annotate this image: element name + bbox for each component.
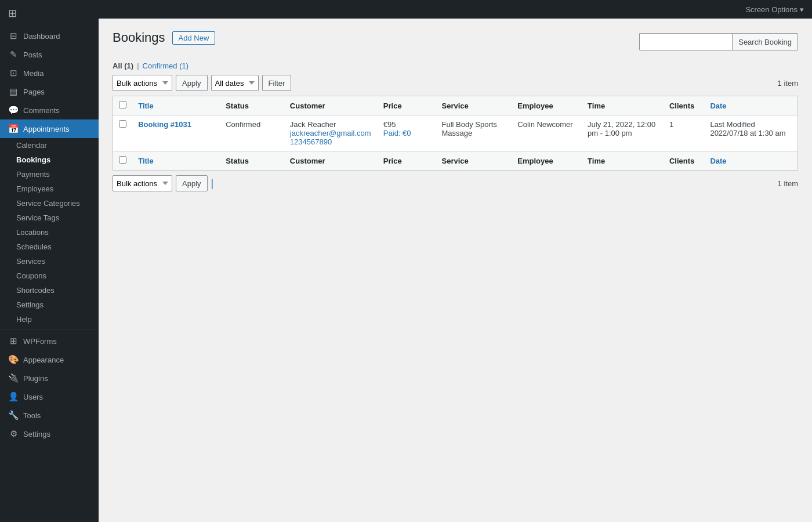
sidebar-sub-bookings[interactable]: Bookings: [0, 153, 99, 167]
items-count-bottom: 1 item: [778, 179, 798, 188]
topbar: Screen Options ▾: [99, 0, 812, 19]
bulk-actions-select-top[interactable]: Bulk actions: [113, 75, 172, 91]
apply-button-top[interactable]: Apply: [176, 75, 208, 91]
sidebar-item-label: Tools: [23, 411, 41, 420]
col-header-status: Status: [220, 96, 284, 115]
sidebar-item-label: Appointments: [23, 125, 70, 133]
customer-email-link[interactable]: jackreacher@gmail.com: [290, 129, 371, 137]
sidebar-sub-schedules[interactable]: Schedules: [0, 240, 99, 254]
chevron-down-icon: ▾: [800, 5, 804, 14]
customer-name: Jack Reacher: [290, 120, 336, 129]
filter-button[interactable]: Filter: [262, 75, 292, 91]
add-new-button[interactable]: Add New: [172, 31, 216, 45]
bookings-table: Title Status Customer Price Service: [113, 96, 798, 171]
footer-col-clients: Clients: [664, 151, 704, 171]
footer-col-time: Time: [582, 151, 664, 171]
media-icon: ⊡: [8, 68, 19, 78]
tools-icon: 🔧: [8, 410, 19, 420]
row-checkbox-cell: [113, 115, 133, 151]
clients-count: 1: [669, 120, 673, 129]
sidebar-item-label: Posts: [23, 50, 42, 59]
sidebar-item-posts[interactable]: ✎ Posts: [0, 45, 99, 64]
settings-icon: ⚙: [8, 429, 19, 439]
price-amount: €95: [383, 120, 396, 129]
sidebar-item-label: Dashboard: [23, 32, 60, 41]
page-content: Bookings Add New Search Booking All (1) …: [99, 19, 812, 522]
search-booking-button[interactable]: Search Booking: [732, 33, 798, 50]
footer-col-date[interactable]: Date: [704, 151, 798, 171]
col-header-service: Service: [436, 96, 512, 115]
row-status-cell: Confirmed: [220, 115, 284, 151]
table-header-row: Title Status Customer Price Service: [113, 96, 798, 115]
sidebar-sub-shortcodes[interactable]: Shortcodes: [0, 283, 99, 298]
sidebar-sub-service-tags[interactable]: Service Tags: [0, 211, 99, 225]
footer-col-title[interactable]: Title: [132, 151, 220, 171]
filter-all-link[interactable]: All (1): [113, 61, 133, 70]
filter-confirmed-link[interactable]: Confirmed (1): [143, 61, 188, 70]
items-count-top: 1 item: [778, 79, 798, 88]
top-toolbar: Bulk actions Apply All dates Filter 1 it…: [113, 75, 798, 91]
sidebar-sub-employees[interactable]: Employees: [0, 182, 99, 196]
row-checkbox[interactable]: [119, 120, 126, 128]
col-header-customer: Customer: [284, 96, 378, 115]
customer-phone-link[interactable]: 1234567890: [290, 137, 332, 146]
footer-col-price: Price: [378, 151, 436, 171]
sidebar-sub-help[interactable]: Help: [0, 312, 99, 327]
row-title-cell: Booking #1031: [132, 115, 220, 151]
sidebar-sub-calendar[interactable]: Calendar: [0, 138, 99, 153]
sidebar: ⊞ ⊟ Dashboard ✎ Posts ⊡ Media ▤ Pages 💬 …: [0, 0, 99, 522]
bulk-actions-select-bottom[interactable]: Bulk actions: [113, 175, 172, 191]
sidebar-item-users[interactable]: 👤 Users: [0, 387, 99, 406]
row-price-cell: €95 Paid: €0: [378, 115, 436, 151]
sidebar-sub-settings[interactable]: Settings: [0, 298, 99, 312]
apply-button-bottom[interactable]: Apply: [176, 175, 208, 191]
row-employee-cell: Colin Newcomer: [512, 115, 582, 151]
comments-icon: 💬: [8, 105, 19, 115]
sidebar-item-plugins[interactable]: 🔌 Plugins: [0, 369, 99, 387]
col-header-date[interactable]: Date: [704, 96, 798, 115]
sidebar-item-tools[interactable]: 🔧 Tools: [0, 406, 99, 425]
footer-col-customer: Customer: [284, 151, 378, 171]
footer-select-all-checkbox[interactable]: [119, 156, 126, 164]
booking-status: Confirmed: [226, 120, 260, 129]
sidebar-item-dashboard[interactable]: ⊟ Dashboard: [0, 27, 99, 45]
sidebar-logo: ⊞: [0, 0, 99, 27]
col-header-time: Time: [582, 96, 664, 115]
pages-icon: ▤: [8, 86, 19, 97]
sidebar-sub-locations[interactable]: Locations: [0, 225, 99, 240]
col-header-title[interactable]: Title: [132, 96, 220, 115]
service-name: Full Body Sports Massage: [441, 120, 496, 137]
appointments-icon: 📅: [8, 124, 19, 134]
row-service-cell: Full Body Sports Massage: [436, 115, 512, 151]
price-paid: Paid: €0: [383, 129, 411, 137]
booking-title-link[interactable]: Booking #1031: [138, 120, 191, 129]
table-row: Booking #1031 Confirmed Jack Reacher jac…: [113, 115, 798, 151]
sidebar-item-appearance[interactable]: 🎨 Appearance: [0, 350, 99, 369]
sidebar-item-appointments[interactable]: 📅 Appointments: [0, 119, 99, 138]
sidebar-sub-services[interactable]: Services: [0, 254, 99, 269]
all-dates-select[interactable]: All dates: [211, 75, 259, 91]
filter-separator: |: [137, 61, 139, 70]
select-all-checkbox[interactable]: [119, 101, 126, 108]
bottom-toolbar: Bulk actions Apply | 1 item: [113, 175, 798, 191]
filter-links: All (1) | Confirmed (1): [113, 61, 798, 70]
sidebar-item-wpforms[interactable]: ⊞ WPForms: [0, 332, 99, 350]
sidebar-sub-payments[interactable]: Payments: [0, 167, 99, 182]
screen-options-button[interactable]: Screen Options ▾: [745, 5, 804, 14]
employee-name: Colin Newcomer: [517, 120, 572, 129]
sidebar-item-label: Appearance: [23, 356, 64, 364]
date-label: Last Modified: [710, 120, 755, 129]
sidebar-item-media[interactable]: ⊡ Media: [0, 64, 99, 82]
sidebar-sub-coupons[interactable]: Coupons: [0, 269, 99, 283]
booking-time: July 21, 2022, 12:00 pm - 1:00 pm: [588, 120, 655, 137]
row-clients-cell: 1: [664, 115, 704, 151]
sidebar-item-settings-main[interactable]: ⚙ Settings: [0, 425, 99, 443]
col-header-price: Price: [378, 96, 436, 115]
sidebar-item-comments[interactable]: 💬 Comments: [0, 101, 99, 119]
search-booking-input[interactable]: [639, 33, 732, 50]
search-area: Search Booking: [639, 33, 798, 50]
col-header-employee: Employee: [512, 96, 582, 115]
sidebar-item-pages[interactable]: ▤ Pages: [0, 82, 99, 101]
sidebar-sub-service-categories[interactable]: Service Categories: [0, 196, 99, 211]
footer-col-service: Service: [436, 151, 512, 171]
